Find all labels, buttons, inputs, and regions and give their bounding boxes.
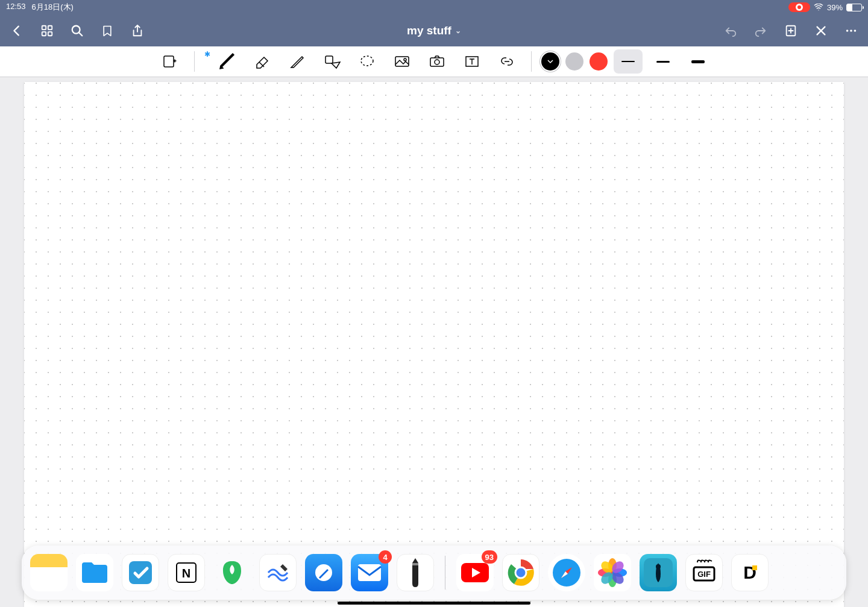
app-omnifocus[interactable] — [122, 554, 159, 591]
stroke-line-icon — [621, 61, 635, 62]
svg-point-6 — [846, 30, 849, 32]
app-mail[interactable]: 4 — [351, 554, 388, 591]
stroke-line-icon — [691, 60, 705, 63]
svg-point-11 — [361, 56, 373, 66]
app-goodnotes[interactable] — [305, 554, 342, 591]
zoom-tool[interactable] — [156, 49, 184, 74]
stroke-line-icon — [656, 61, 670, 63]
app-youtube[interactable]: 93 — [456, 554, 494, 591]
wifi-icon — [814, 4, 823, 11]
svg-point-13 — [404, 58, 406, 61]
app-safari[interactable] — [548, 554, 585, 591]
status-time: 12:53 — [6, 2, 26, 13]
grid-view-button[interactable] — [40, 24, 54, 38]
pen-tool[interactable] — [213, 49, 242, 74]
dock-separator — [445, 556, 445, 590]
screen-recording-indicator[interactable] — [788, 2, 810, 12]
svg-rect-1 — [48, 25, 52, 29]
close-button[interactable] — [814, 24, 828, 38]
app-apple-pencil-app[interactable] — [397, 554, 434, 591]
mail-badge: 4 — [379, 550, 392, 564]
add-page-button[interactable] — [784, 24, 798, 38]
document-title: my stuff — [407, 24, 451, 37]
battery-icon — [846, 4, 862, 11]
stroke-medium[interactable] — [649, 49, 678, 74]
svg-rect-0 — [42, 25, 46, 29]
image-tool[interactable] — [388, 49, 417, 74]
battery-fill — [847, 4, 852, 11]
svg-rect-3 — [48, 31, 52, 35]
canvas-area — [0, 77, 868, 607]
link-tool[interactable] — [492, 49, 521, 74]
app-photos[interactable] — [594, 554, 631, 591]
status-date: 6月18日(木) — [32, 2, 74, 13]
svg-point-7 — [850, 30, 852, 32]
svg-rect-14 — [430, 58, 444, 66]
note-page[interactable] — [24, 82, 844, 607]
youtube-badge: 93 — [482, 550, 497, 564]
more-button[interactable] — [844, 24, 858, 38]
app-chrome[interactable] — [502, 554, 539, 591]
svg-point-8 — [854, 30, 857, 32]
svg-rect-42 — [752, 565, 757, 570]
app-d[interactable]: D — [731, 554, 769, 591]
redo-button[interactable] — [753, 24, 768, 38]
toolbar-separator — [531, 51, 532, 72]
shape-tool[interactable] — [318, 49, 347, 74]
app-notability[interactable] — [259, 554, 297, 591]
svg-rect-12 — [395, 57, 409, 66]
app-notion[interactable]: N — [168, 554, 205, 591]
undo-button[interactable] — [723, 24, 738, 38]
app-evernote[interactable] — [213, 554, 251, 591]
svg-point-38 — [656, 564, 661, 569]
lasso-tool[interactable] — [353, 49, 382, 74]
tool-toolbar: ✱ — [0, 46, 868, 77]
home-indicator[interactable] — [338, 602, 530, 605]
stroke-thin[interactable] — [614, 49, 643, 74]
svg-rect-2 — [42, 31, 46, 35]
svg-text:N: N — [182, 567, 190, 580]
share-button[interactable] — [130, 24, 145, 38]
document-title-dropdown[interactable]: my stuff ⌄ — [407, 24, 461, 37]
color-gray[interactable] — [565, 52, 583, 71]
toolbar-separator — [194, 51, 195, 72]
color-red[interactable] — [590, 52, 608, 71]
search-button[interactable] — [70, 24, 84, 38]
battery-percent: 39% — [827, 3, 843, 12]
svg-rect-10 — [326, 56, 333, 63]
back-button[interactable] — [10, 24, 24, 38]
app-gif-maker[interactable]: GIF — [685, 554, 723, 591]
dock: N 4 93 G — [22, 546, 846, 600]
record-icon — [796, 4, 803, 11]
nav-bar: my stuff ⌄ — [0, 14, 868, 46]
svg-rect-22 — [412, 563, 418, 565]
svg-rect-21 — [358, 564, 381, 581]
app-files[interactable] — [76, 554, 113, 591]
stroke-thick[interactable] — [684, 49, 712, 74]
chevron-down-icon — [547, 58, 553, 64]
camera-tool[interactable] — [423, 49, 451, 74]
bookmark-button[interactable] — [100, 24, 115, 38]
svg-rect-17 — [129, 561, 152, 584]
svg-rect-9 — [164, 56, 174, 67]
svg-text:D: D — [743, 562, 756, 582]
highlighter-tool[interactable] — [283, 49, 312, 74]
svg-point-15 — [435, 60, 439, 64]
text-tool[interactable] — [458, 49, 486, 74]
bluetooth-icon: ✱ — [204, 50, 210, 58]
app-kindle[interactable] — [640, 554, 677, 591]
chevron-down-icon: ⌄ — [455, 27, 461, 35]
app-notes[interactable] — [30, 554, 68, 591]
color-black[interactable] — [541, 52, 559, 71]
eraser-tool[interactable] — [248, 49, 277, 74]
status-bar: 12:53 6月18日(木) 39% — [0, 0, 868, 14]
svg-text:GIF: GIF — [697, 570, 711, 579]
